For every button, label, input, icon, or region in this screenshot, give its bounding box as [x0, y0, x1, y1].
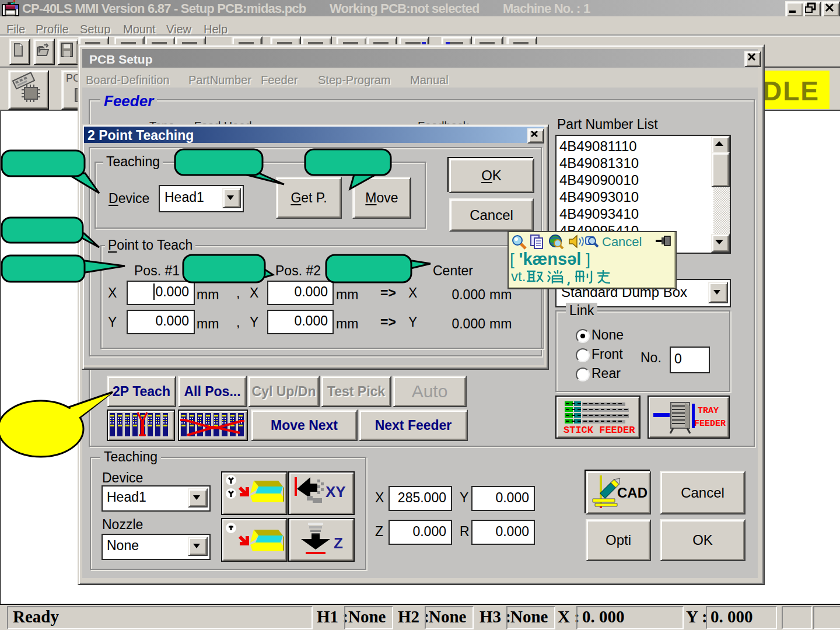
svg-text:XY: XY — [326, 483, 346, 501]
svg-text:STICK FEEDER: STICK FEEDER — [564, 425, 635, 435]
svg-text:Z: Z — [334, 534, 343, 552]
svg-text:CAD: CAD — [617, 485, 648, 501]
svg-text:FEEDER: FEEDER — [694, 419, 726, 429]
svg-text:Cancel: Cancel — [602, 235, 642, 249]
svg-text:TRAY: TRAY — [698, 406, 719, 416]
